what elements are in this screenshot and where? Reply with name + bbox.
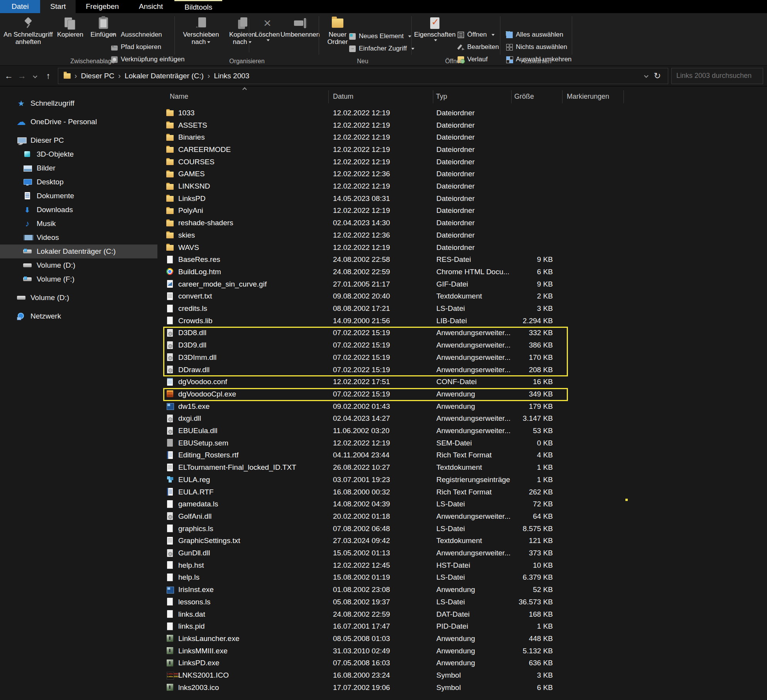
sidebar-item-schnellzugriff[interactable]: Schnellzugriff	[0, 96, 157, 110]
sidebar-item-onedrive-personal[interactable]: OneDrive - Personal	[0, 115, 157, 129]
file-row[interactable]: graphics.ls07.08.2002 06:48LS-Datei8.575…	[157, 523, 767, 535]
sidebar-item-videos[interactable]: Videos	[0, 231, 157, 245]
file-row[interactable]: BuildLog.htm24.08.2002 22:59Chrome HTML …	[157, 266, 767, 278]
sidebar-item-netzwerk[interactable]: Netzwerk	[0, 309, 157, 323]
file-row[interactable]: dw15.exe09.02.2002 01:43Anwendung179 KB	[157, 400, 767, 413]
column-header-markierungen[interactable]: Markierungen	[567, 93, 609, 101]
sidebar-item-dokumente[interactable]: Dokumente	[0, 189, 157, 203]
cut-button[interactable]: Ausschneiden	[111, 30, 162, 39]
rename-button[interactable]: Umbenennen	[279, 15, 321, 38]
file-row[interactable]: help.ls15.08.2002 01:19LS-Datei6.379 KB	[157, 572, 767, 584]
file-row[interactable]: links.pid16.07.2001 17:47PID-Datei1 KB	[157, 620, 767, 633]
copy-path-button[interactable]: Pfad kopieren	[111, 42, 161, 52]
file-row[interactable]: DDraw.dll07.02.2022 15:19Anwendungserwei…	[157, 364, 767, 376]
up-button[interactable]: ↑	[42, 71, 55, 81]
file-row[interactable]: COURSES12.02.2022 12:19Dateiordner	[157, 156, 767, 168]
breadcrumb-item-links-2003[interactable]: Links 2003	[210, 72, 253, 80]
file-row[interactable]: lnks2003.ico17.07.2002 19:06Symbol6 KB	[157, 681, 767, 694]
forward-button[interactable]: →	[15, 71, 29, 81]
sidebar-item-lokaler-datentr-ger-c-[interactable]: Lokaler Datenträger (C:)	[0, 245, 157, 258]
breadcrumb-item-drive-c[interactable]: Lokaler Datenträger (C:)	[121, 72, 208, 80]
column-separator[interactable]	[433, 90, 433, 103]
file-row[interactable]: BaseRes.res24.08.2002 22:58RES-Datei9 KB	[157, 253, 767, 266]
properties-button[interactable]: Eigenschaften	[414, 15, 456, 41]
file-row[interactable]: GAMES12.02.2022 12:36Dateiordner	[157, 168, 767, 180]
file-row[interactable]: lessons.ls05.08.2002 19:37LS-Datei36.573…	[157, 596, 767, 608]
column-header-datum[interactable]: Datum	[333, 93, 353, 101]
address-dropdown-chevron[interactable]	[645, 72, 648, 80]
sidebar-item-3d-objekte[interactable]: 3D-Objekte	[0, 147, 157, 161]
delete-button[interactable]: × Löschen	[252, 15, 283, 41]
file-row[interactable]: EULA.reg03.07.2001 19:23Registrierungsei…	[157, 474, 767, 486]
file-row[interactable]: GraphicSettings.txt27.03.2024 09:42Textd…	[157, 535, 767, 547]
tab-start[interactable]: Start	[40, 0, 76, 13]
sidebar-item-dieser-pc[interactable]: Dieser PC	[0, 133, 157, 147]
file-row[interactable]: LinksPD14.05.2023 08:31Dateiordner	[157, 192, 767, 205]
file-row[interactable]: PolyAni12.02.2022 12:19Dateiordner	[157, 205, 767, 217]
select-all-button[interactable]: Alles auswählen	[506, 30, 563, 39]
file-row[interactable]: LinksLauncher.exe08.05.2008 01:03Anwendu…	[157, 633, 767, 645]
file-row[interactable]: D3D9.dll07.02.2022 15:19Anwendungserweit…	[157, 339, 767, 351]
new-folder-button[interactable]: Neuer Ordner	[321, 15, 354, 46]
easy-access-button[interactable]: Einfacher Zugriff	[349, 44, 414, 53]
tab-ansicht[interactable]: Ansicht	[129, 0, 173, 13]
file-row[interactable]: dxgi.dll02.04.2023 14:27Anwendungserweit…	[157, 413, 767, 425]
sidebar-item-volume-d-[interactable]: Volume (D:)	[0, 291, 157, 305]
file-row[interactable]: LinksPD.exe07.05.2008 16:03Anwendung636 …	[157, 657, 767, 670]
edit-button[interactable]: Bearbeiten	[458, 42, 499, 52]
file-row[interactable]: gamedata.ls14.08.2002 04:39LS-Datei72 KB	[157, 498, 767, 510]
file-row[interactable]: ASSETS12.02.2022 12:19Dateiordner	[157, 119, 767, 132]
refresh-icon[interactable]: ↻	[654, 71, 661, 81]
copy-button[interactable]: Kopieren	[55, 15, 86, 38]
sidebar-item-downloads[interactable]: Downloads	[0, 203, 157, 217]
file-row[interactable]: career_mode_sin_curve.gif27.01.2005 21:1…	[157, 278, 767, 290]
file-row[interactable]: credits.ls08.08.2002 17:21LS-Datei3 KB	[157, 302, 767, 315]
file-row[interactable]: convert.txt09.08.2002 20:40Textdokument2…	[157, 290, 767, 303]
sidebar-item-volume-d-[interactable]: Volume (D:)	[0, 258, 157, 272]
column-separator[interactable]	[623, 90, 624, 103]
file-row[interactable]: EBUSetup.sem12.02.2022 12:19SEM-Datei0 K…	[157, 437, 767, 449]
column-header-name[interactable]: Name	[170, 93, 188, 101]
file-row[interactable]: WAVS12.02.2022 12:19Dateiordner	[157, 241, 767, 254]
file-row[interactable]: LINKSND12.02.2022 12:19Dateiordner	[157, 180, 767, 192]
column-separator[interactable]	[511, 90, 512, 103]
file-row[interactable]: ELTournament-Final_locked_ID.TXT26.08.20…	[157, 461, 767, 474]
recent-locations-chevron[interactable]	[29, 71, 42, 81]
file-row[interactable]: IrisInst.exe01.08.2002 23:08Anwendung52 …	[157, 584, 767, 596]
file-row[interactable]: GunDll.dll15.05.2002 01:13Anwendungserwe…	[157, 547, 767, 559]
file-row[interactable]: EULA.RTF16.08.2000 00:32Rich Text Format…	[157, 486, 767, 498]
file-row[interactable]: help.hst12.02.2022 12:45HST-Datei10 KB	[157, 559, 767, 572]
file-row[interactable]: GolfAni.dll20.02.2002 01:18Anwendungserw…	[157, 510, 767, 523]
search-input[interactable]	[672, 72, 763, 80]
file-row[interactable]: Binaries12.02.2022 12:19Dateiordner	[157, 131, 767, 143]
breadcrumb-item-dieser-pc[interactable]: Dieser PC	[77, 72, 118, 80]
tab-bildtools[interactable]: Bildtools	[174, 0, 222, 13]
tab-freigeben[interactable]: Freigeben	[76, 0, 129, 13]
sidebar-item-desktop[interactable]: Desktop	[0, 175, 157, 189]
file-row[interactable]: skies12.02.2022 12:36Dateiordner	[157, 229, 767, 241]
column-separator[interactable]	[562, 90, 563, 103]
back-button[interactable]: ←	[2, 71, 15, 81]
breadcrumb[interactable]: › Dieser PC › Lokaler Datenträger (C:) ›…	[58, 68, 668, 84]
file-row[interactable]: D3DImm.dll07.02.2022 15:19Anwendungserwe…	[157, 351, 767, 364]
open-button[interactable]: Öffnen	[458, 30, 495, 39]
move-to-button[interactable]: Verschieben nach	[181, 15, 221, 46]
file-row[interactable]: D3D8.dll07.02.2022 15:19Anwendungserweit…	[157, 327, 767, 339]
tab-datei[interactable]: Datei	[0, 0, 40, 13]
file-row[interactable]: links.dat24.08.2002 22:59DAT-Datei168 KB	[157, 608, 767, 621]
file-row[interactable]: Editing_Rosters.rtf04.11.2004 23:44Rich …	[157, 449, 767, 462]
file-row[interactable]: reshade-shaders02.04.2023 14:30Dateiordn…	[157, 217, 767, 229]
file-row[interactable]: EBUEula.dll11.06.2002 03:20Anwendungserw…	[157, 425, 767, 437]
file-row[interactable]: Crowds.lib14.09.2000 21:56LIB-Datei2.294…	[157, 315, 767, 327]
column-separator[interactable]	[328, 90, 329, 103]
select-none-button[interactable]: Nichts auswählen	[506, 42, 567, 52]
column-header-groesse[interactable]: Größe	[514, 93, 534, 101]
file-row[interactable]: dgVoodoo.conf12.02.2022 17:51CONF-Datei1…	[157, 376, 767, 388]
file-row[interactable]: CAREERMODE12.02.2022 12:19Dateiordner	[157, 143, 767, 156]
pin-to-quick-access-button[interactable]: An Schnellzugriff anheften	[3, 15, 53, 46]
file-row[interactable]: 103312.02.2022 12:19Dateiordner	[157, 107, 767, 119]
sidebar-item-musik[interactable]: Musik	[0, 217, 157, 231]
column-header-typ[interactable]: Typ	[436, 93, 447, 101]
file-row[interactable]: dgVoodooCpl.exe07.02.2022 15:19Anwendung…	[157, 388, 767, 400]
file-row[interactable]: LNKS2001.ICO16.08.2000 23:24Symbol3 KB	[157, 669, 767, 681]
